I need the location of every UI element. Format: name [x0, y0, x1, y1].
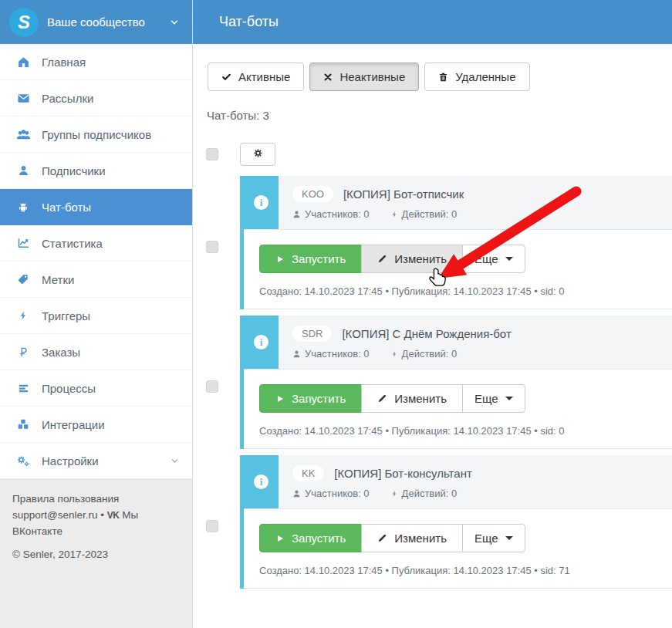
- actions-value: Действий: 0: [402, 208, 458, 220]
- list-settings-button[interactable]: [240, 143, 275, 166]
- filter-label: Неактивные: [339, 70, 405, 83]
- sidebar-item-main[interactable]: Главная: [0, 44, 192, 80]
- participants-stat: Участников: 0: [292, 208, 370, 220]
- play-icon: [275, 255, 285, 264]
- content: Активные Неактивные Удаленные Чат-боты: …: [193, 44, 672, 595]
- edit-button[interactable]: Изменить: [361, 245, 463, 273]
- bot-card-body: Запустить Изменить Еще: [244, 370, 672, 449]
- bot-list: i KOO [КОПИЯ] Бот-отписчик: [193, 176, 672, 589]
- envelope-icon: [15, 92, 32, 105]
- sidebar-item-label: Чат-боты: [42, 201, 91, 214]
- actions-value: Действий: 0: [402, 348, 458, 360]
- bot-card: i SDR [КОПИЯ] С Днём Рождения-бот: [240, 316, 672, 449]
- more-button[interactable]: Еще: [462, 524, 525, 552]
- sidebar-item-statistics[interactable]: Статистика: [0, 225, 192, 262]
- bot-card: i KOO [КОПИЯ] Бот-отписчик: [240, 176, 672, 309]
- gear-icon: [252, 147, 264, 161]
- bot-stats-row: Участников: 0 Действий: 0: [292, 208, 464, 220]
- info-button[interactable]: i: [244, 176, 279, 229]
- more-button[interactable]: Еще: [462, 245, 525, 273]
- edit-button[interactable]: Изменить: [361, 384, 463, 413]
- bot-actions: Запустить Изменить Еще: [259, 524, 525, 552]
- filter-active-button[interactable]: Активные: [208, 62, 304, 91]
- bot-stats-row: Участников: 0 Действий: 0: [292, 488, 472, 499]
- bots-count: Чат-боты: 3: [193, 109, 672, 122]
- start-button[interactable]: Запустить: [259, 524, 362, 552]
- user-icon: [15, 164, 32, 177]
- filter-deleted-button[interactable]: Удаленные: [424, 62, 529, 91]
- chart-line-icon: [15, 237, 32, 249]
- vk-icon: VK: [107, 510, 120, 521]
- caret-down-icon: [505, 536, 513, 540]
- sidebar-item-settings[interactable]: Настройки: [0, 443, 192, 479]
- home-icon: [15, 56, 32, 69]
- bot-initials-badge: SDR: [292, 326, 332, 342]
- bot-name: [КОПИЯ] Бот-консультант: [334, 467, 471, 480]
- senler-logo-icon: S: [9, 8, 39, 37]
- bot-checkbox[interactable]: [206, 241, 218, 253]
- sidebar-item-label: Метки: [42, 273, 74, 286]
- bolt-icon: [391, 210, 398, 219]
- sidebar-item-orders[interactable]: Заказы: [0, 334, 192, 370]
- cubes-icon: [15, 418, 32, 430]
- person-icon: [292, 210, 301, 219]
- bot-initials-badge: KK: [292, 465, 324, 481]
- community-name: Ваше сообщество: [47, 15, 169, 29]
- sidebar-item-subscribers[interactable]: Подписчики: [0, 153, 192, 189]
- sidebar-item-label: Статистика: [42, 237, 103, 250]
- info-button[interactable]: i: [244, 455, 279, 508]
- row-check-cell: [206, 455, 218, 589]
- sidebar-item-triggers[interactable]: Триггеры: [0, 298, 192, 334]
- rules-link[interactable]: Правила пользования: [12, 491, 180, 508]
- bolt-icon: [391, 489, 398, 498]
- bot-row: i SDR [КОПИЯ] С Днём Рождения-бот: [193, 316, 672, 449]
- edit-button[interactable]: Изменить: [361, 524, 463, 552]
- sidebar-item-tags[interactable]: Метки: [0, 262, 192, 298]
- sidebar-nav: Главная Рассылки Группы подписчиков Подп…: [0, 44, 192, 479]
- community-selector[interactable]: S Ваше сообщество: [0, 0, 192, 44]
- start-label: Запустить: [292, 532, 346, 545]
- start-label: Запустить: [292, 252, 346, 265]
- filter-bar: Активные Неактивные Удаленные: [193, 62, 672, 91]
- participants-stat: Участников: 0: [292, 488, 370, 499]
- info-button[interactable]: i: [244, 316, 279, 369]
- select-all-checkbox[interactable]: [206, 148, 218, 160]
- bolt-icon: [391, 349, 398, 359]
- person-icon: [292, 349, 301, 359]
- sidebar-item-label: Подписчики: [42, 164, 106, 177]
- support-line: support@senler.ru • VK Мы ВКонтакте: [12, 508, 180, 540]
- participants-value: Участников: 0: [305, 208, 370, 220]
- person-icon: [292, 489, 301, 498]
- start-label: Запустить: [292, 392, 346, 405]
- info-icon: i: [254, 195, 268, 210]
- bot-row: i KOO [КОПИЯ] Бот-отписчик: [193, 176, 672, 309]
- sidebar-item-integrations[interactable]: Интеграции: [0, 407, 192, 443]
- play-icon: [275, 394, 285, 403]
- info-icon: i: [254, 335, 268, 349]
- bot-title-row: SDR [КОПИЯ] С Днём Рождения-бот: [292, 326, 512, 342]
- sidebar-item-chatbots[interactable]: Чат-боты: [0, 189, 192, 225]
- start-button[interactable]: Запустить: [259, 245, 362, 273]
- support-email[interactable]: support@senler.ru: [12, 509, 98, 521]
- sidebar: S Ваше сообщество Главная Рассылки Групп…: [0, 0, 193, 628]
- pencil-icon: [377, 254, 387, 264]
- page-header: Чат-боты: [193, 0, 672, 44]
- sidebar-item-label: Рассылки: [42, 92, 93, 105]
- more-label: Еще: [474, 252, 498, 265]
- row-check-cell: [206, 176, 218, 309]
- bot-checkbox[interactable]: [206, 380, 218, 393]
- filter-label: Удаленные: [455, 70, 515, 83]
- start-button[interactable]: Запустить: [259, 384, 362, 413]
- filter-inactive-button[interactable]: Неактивные: [309, 62, 419, 91]
- bot-checkbox[interactable]: [206, 520, 218, 532]
- sidebar-item-mailings[interactable]: Рассылки: [0, 80, 192, 116]
- bot-card-header: i KK [КОПИЯ] Бот-консультант: [244, 455, 672, 509]
- edit-label: Изменить: [394, 532, 447, 545]
- gears-icon: [15, 454, 32, 468]
- sidebar-item-processes[interactable]: Процессы: [0, 370, 192, 407]
- caret-down-icon: [505, 397, 513, 400]
- sidebar-item-subscriber-groups[interactable]: Группы подписчиков: [0, 116, 192, 153]
- bulk-actions-row: [193, 143, 672, 166]
- copyright: © Senler, 2017-2023: [12, 547, 180, 563]
- more-button[interactable]: Еще: [462, 384, 525, 413]
